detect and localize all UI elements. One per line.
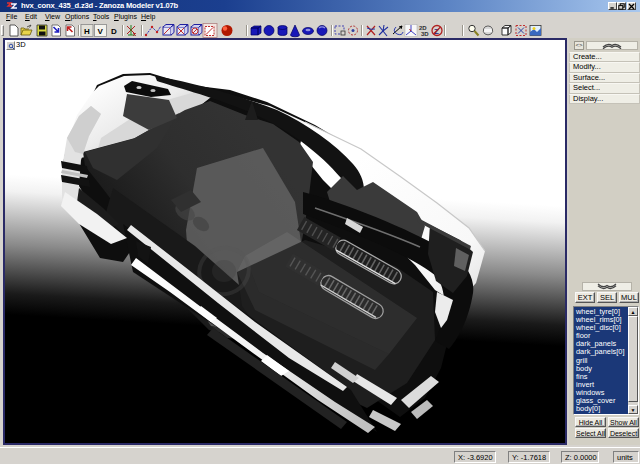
svg-text:V: V bbox=[98, 27, 104, 36]
svg-text:H: H bbox=[84, 27, 90, 36]
svg-text:3D: 3D bbox=[421, 31, 429, 37]
svg-text:D: D bbox=[111, 27, 117, 36]
